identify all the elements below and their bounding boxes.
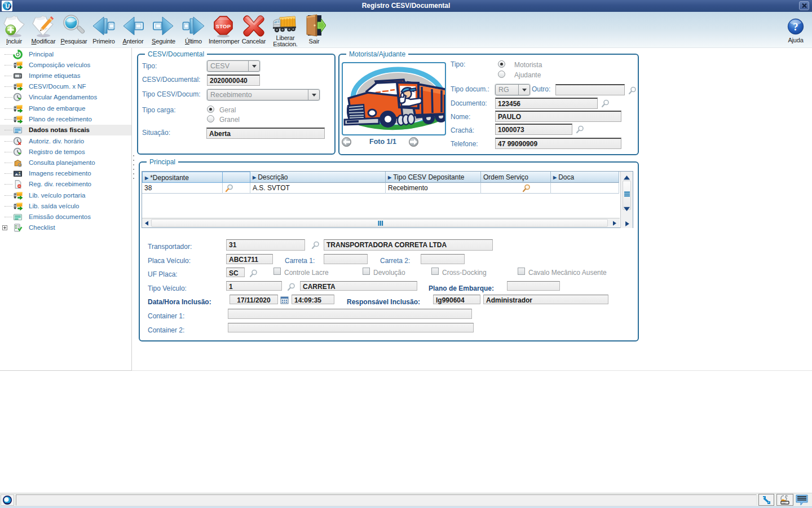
svg-text:STOP: STOP bbox=[216, 23, 231, 29]
svg-text:?: ? bbox=[793, 21, 798, 33]
